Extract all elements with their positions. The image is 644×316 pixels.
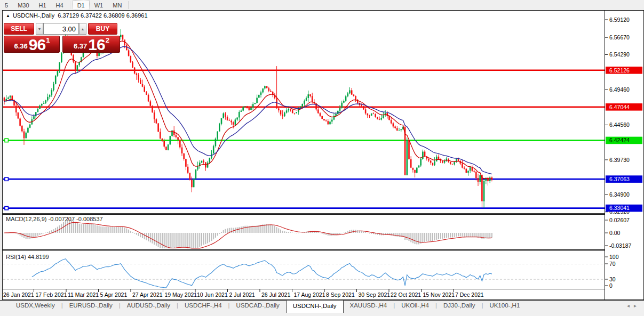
svg-text:6.59120: 6.59120 (609, 17, 630, 23)
svg-text:10 Jun 2021: 10 Jun 2021 (197, 291, 228, 298)
timeframe-button-d1[interactable]: D1 (73, 1, 90, 10)
tab-scroll-arrows: ◂▸ (627, 303, 641, 309)
toolbar-separator (128, 1, 129, 9)
collapse-icon[interactable]: ▲ (6, 13, 10, 18)
ohlc-low: 6.36809 (104, 12, 125, 19)
chevron-down-icon: ▼ (38, 27, 42, 31)
chevron-up-icon: ▲ (81, 27, 85, 31)
rsi-label: RSI(14) 44.8199 (6, 254, 49, 260)
svg-text:27 Apr 2021: 27 Apr 2021 (132, 291, 163, 298)
svg-text:30 Sep 2021: 30 Sep 2021 (359, 291, 391, 298)
svg-text:6.49460: 6.49460 (609, 86, 630, 93)
chart-tab-dj30-daily[interactable]: DJ30-,Daily (437, 301, 481, 312)
chart-tab-eurusd-daily[interactable]: EURUSD-,Daily (63, 301, 119, 312)
sell-price-big: 96 (29, 38, 45, 52)
ohlc-close: 6.36961 (126, 12, 148, 19)
svg-text:100: 100 (609, 254, 619, 260)
svg-text:-0.03187: -0.03187 (609, 242, 632, 249)
tab-scroll-left-icon[interactable]: ◂ (627, 303, 634, 309)
svg-text:0: 0 (609, 282, 613, 289)
chart-tab-ukoil-h4[interactable]: UKOil-,H4 (395, 301, 435, 312)
buy-price-big: 16 (88, 38, 105, 52)
chart-tab-usdcnh-daily[interactable]: USDCNH-,Daily (286, 300, 344, 313)
chart-title: ▲USDCNH-,Daily 6.37129 6.37422 6.36809 6… (6, 12, 148, 19)
volume-down-button[interactable]: ▼ (36, 23, 43, 35)
svg-text:5 Apr 2021: 5 Apr 2021 (100, 291, 128, 298)
sell-button[interactable]: SELL (4, 23, 34, 35)
svg-text:6.54290: 6.54290 (609, 51, 630, 58)
svg-text:17 Feb 2021: 17 Feb 2021 (36, 291, 67, 298)
svg-text:0.00: 0.00 (609, 230, 621, 236)
svg-text:7 Dec 2021: 7 Dec 2021 (455, 291, 484, 298)
svg-text:0.02607: 0.02607 (609, 217, 630, 223)
chart-tab-usdx-weekly[interactable]: USDX,Weekly (10, 301, 61, 312)
buy-price-box[interactable]: 6.37 16 2 (62, 36, 120, 53)
ohlc-open: 6.37129 (58, 12, 79, 19)
svg-text:6.39730: 6.39730 (609, 157, 630, 163)
timeframe-button-5[interactable]: 5 (0, 1, 13, 10)
chart-tab-usdchf-h4[interactable]: USDCHF-,H4 (178, 301, 228, 312)
svg-text:6.47044: 6.47044 (609, 104, 630, 110)
svg-text:11 Mar 2021: 11 Mar 2021 (68, 291, 99, 298)
chart-tabs: USDX,Weekly|EURUSD-,Daily|AUDUSD-,Daily|… (10, 301, 644, 312)
timeframe-button-h4[interactable]: H4 (51, 1, 68, 10)
mt4-window: 5M30H1H4D1W1MN 6.591206.566706.542906.49… (0, 0, 644, 316)
timeframe-button-w1[interactable]: W1 (90, 1, 108, 10)
svg-text:6.37063: 6.37063 (609, 176, 630, 182)
svg-text:6.34900: 6.34900 (609, 191, 630, 198)
toolbar-separator (70, 1, 71, 9)
chart-window: 6.591206.566706.542906.494606.445606.397… (2, 10, 644, 300)
sell-price-small: 6.36 (14, 42, 28, 50)
svg-text:26 Jan 2021: 26 Jan 2021 (3, 291, 34, 298)
svg-text:30: 30 (609, 276, 616, 282)
macd-label: MACD(12,26,9) -0.007207 -0.008537 (6, 216, 103, 222)
rsi-line (32, 259, 492, 288)
svg-text:2 Jul 2021: 2 Jul 2021 (229, 291, 256, 298)
svg-text:19 May 2021: 19 May 2021 (165, 291, 197, 298)
tab-scroll-right-icon[interactable]: ▸ (634, 303, 641, 309)
volume-input[interactable]: 3.00 (43, 23, 79, 35)
svg-text:8 Sep 2021: 8 Sep 2021 (326, 291, 355, 298)
svg-text:22 Oct 2021: 22 Oct 2021 (391, 291, 421, 298)
sell-price-box[interactable]: 6.36 96 1 (4, 36, 60, 53)
svg-text:6.44560: 6.44560 (609, 121, 630, 128)
timeframe-toolbar: 5M30H1H4D1W1MN (0, 0, 644, 10)
buy-price-small: 6.37 (74, 42, 87, 50)
svg-text:6.42424: 6.42424 (609, 137, 630, 143)
svg-text:6.56670: 6.56670 (609, 34, 630, 40)
date-axis: 26 Jan 202117 Feb 202111 Mar 20215 Apr 2… (3, 289, 484, 298)
buy-price-sup: 2 (106, 36, 109, 44)
pane-dividers (3, 11, 605, 299)
chart-tab-bar: USDX,Weekly|EURUSD-,Daily|AUDUSD-,Daily|… (0, 300, 644, 316)
chart-tab-uk100-h1[interactable]: UK100-,H1 (483, 301, 526, 312)
svg-text:70: 70 (609, 261, 616, 267)
price-axis: 6.591206.566706.542906.494606.445606.397… (605, 17, 643, 289)
chart-tab-xauusd-h4[interactable]: XAUUSD-,H4 (344, 301, 394, 312)
one-click-trading-panel: SELL ▼ 3.00 ▲ BUY 6.36 96 1 6.37 16 2 (4, 23, 121, 53)
sell-price-sup: 1 (46, 36, 50, 44)
timeframe-button-h1[interactable]: H1 (34, 1, 51, 10)
timeframe-button-m30[interactable]: M30 (13, 1, 34, 10)
svg-text:6.33041: 6.33041 (609, 205, 630, 211)
level-lines[interactable] (3, 70, 605, 210)
ohlc-high: 6.37422 (81, 12, 102, 19)
symbol-label: USDCNH-,Daily (13, 12, 54, 19)
timeframe-button-mn[interactable]: MN (108, 1, 126, 10)
chart-tab-audusd-daily[interactable]: AUDUSD-,Daily (121, 301, 177, 312)
macd-histogram (4, 220, 492, 248)
moving-averages (4, 41, 492, 179)
chart-tab-usdcad-daily[interactable]: USDCAD-,Daily (230, 301, 286, 312)
chart-canvas[interactable]: 6.591206.566706.542906.494606.445606.397… (3, 11, 643, 299)
candlesticks (4, 29, 492, 208)
volume-up-button[interactable]: ▲ (79, 23, 86, 35)
buy-button[interactable]: BUY (88, 23, 117, 35)
svg-text:17 Aug 2021: 17 Aug 2021 (294, 291, 325, 298)
svg-text:26 Jul 2021: 26 Jul 2021 (261, 291, 290, 298)
svg-text:15 Nov 2021: 15 Nov 2021 (423, 291, 455, 298)
svg-text:6.52126: 6.52126 (609, 67, 630, 74)
